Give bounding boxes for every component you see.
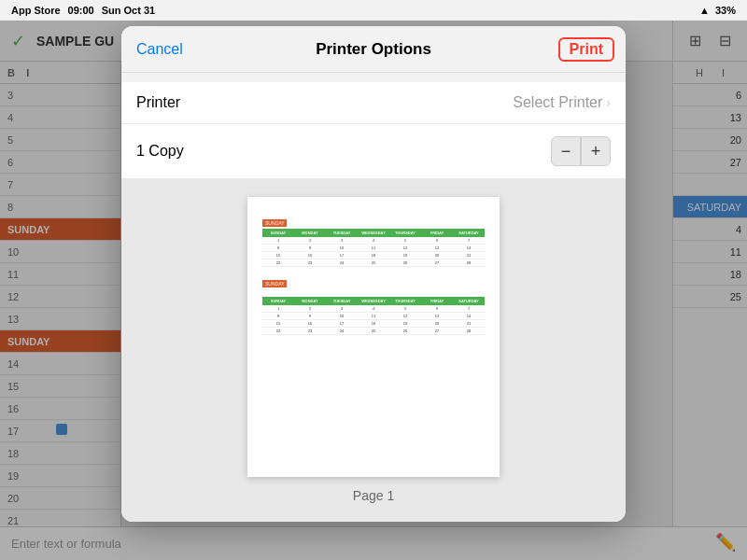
cell-4-2: 23 xyxy=(294,259,326,266)
cell-7-7: 21 xyxy=(453,320,485,327)
status-left: App Store 09:00 Sun Oct 31 xyxy=(11,5,155,16)
cell-6-1: 8 xyxy=(262,313,294,319)
dialog-header: Cancel Printer Options Print xyxy=(121,26,626,73)
cell-8-3: 24 xyxy=(326,328,358,334)
status-right: ▲ 33% xyxy=(699,5,736,16)
col-sun-2: SUNDAY xyxy=(262,299,294,303)
cell-8-4: 25 xyxy=(358,328,389,334)
cell-7-4: 18 xyxy=(358,320,389,327)
cell-3-3: 17 xyxy=(326,252,358,259)
cell-7-2: 16 xyxy=(294,320,326,327)
cell-8-1: 22 xyxy=(262,328,294,334)
battery-label: 33% xyxy=(715,5,736,16)
printer-section: Printer Select Printer › 1 Copy − + xyxy=(121,82,626,178)
cell-8-5: 26 xyxy=(389,328,421,334)
col-thu: THURSDAY xyxy=(389,231,421,235)
cell-8-2: 23 xyxy=(294,328,326,334)
cell-2-6: 13 xyxy=(421,245,453,251)
col-tue: TUESDAY xyxy=(326,231,358,235)
col-sat-2: SATURDAY xyxy=(453,299,485,303)
cal-row-6: 8 9 10 11 12 13 14 xyxy=(262,313,485,320)
cell-3-5: 19 xyxy=(389,252,421,259)
cell-7-5: 19 xyxy=(389,320,421,327)
col-thu-2: THURSDAY xyxy=(389,299,421,303)
chevron-right-icon: › xyxy=(606,95,611,110)
cal-row-5: 1 2 3 4 5 6 7 xyxy=(262,305,485,313)
wifi-icon: ▲ xyxy=(699,5,710,16)
col-wed: WEDNESDAY xyxy=(358,231,389,235)
cell-1-5: 5 xyxy=(389,237,421,244)
cancel-button[interactable]: Cancel xyxy=(136,41,183,58)
sunday-label-2: SUNDAY xyxy=(262,280,287,287)
cell-5-4: 4 xyxy=(358,305,389,312)
copy-row: 1 Copy − + xyxy=(121,124,626,178)
cell-6-5: 12 xyxy=(389,313,421,319)
cell-1-1: 1 xyxy=(262,237,294,244)
printer-label: Printer xyxy=(136,94,180,111)
cell-6-3: 10 xyxy=(326,313,358,319)
cell-7-6: 20 xyxy=(421,320,453,327)
cell-4-1: 22 xyxy=(262,259,294,266)
printer-options-dialog: Cancel Printer Options Print Printer Sel… xyxy=(121,26,626,522)
cell-4-6: 27 xyxy=(421,259,453,266)
cell-6-6: 13 xyxy=(421,313,453,319)
time-label: 09:00 xyxy=(68,5,94,16)
col-wed-2: WEDNESDAY xyxy=(358,299,389,303)
cell-2-5: 12 xyxy=(389,245,421,251)
col-mon-2: MONDAY xyxy=(294,299,326,303)
col-tue-2: TUESDAY xyxy=(326,299,358,303)
cell-5-3: 3 xyxy=(326,305,358,312)
cell-4-5: 26 xyxy=(389,259,421,266)
print-button[interactable]: Print xyxy=(558,37,614,62)
mini-calendar: SUNDAY SUNDAY MONDAY TUESDAY WEDNESDAY T… xyxy=(262,212,485,335)
cell-3-7: 21 xyxy=(453,252,485,259)
sunday-badge: SUNDAY xyxy=(262,212,287,229)
cell-5-7: 7 xyxy=(453,305,485,312)
sunday-label: SUNDAY xyxy=(262,219,287,227)
cell-2-1: 8 xyxy=(262,245,294,251)
copy-label: 1 Copy xyxy=(136,143,184,160)
dialog-title: Printer Options xyxy=(316,40,431,59)
cell-8-6: 27 xyxy=(421,328,453,334)
cal-row-4: 22 23 24 25 26 27 28 xyxy=(262,259,485,267)
cell-2-2: 9 xyxy=(294,245,326,251)
cell-8-7: 28 xyxy=(453,328,485,334)
cell-1-3: 3 xyxy=(326,237,358,244)
cell-1-7: 7 xyxy=(453,237,485,244)
cell-6-2: 9 xyxy=(294,313,326,319)
col-fri: FRIDAY xyxy=(421,231,453,235)
cell-5-1: 1 xyxy=(262,305,294,312)
cal-row-2: 8 9 10 11 12 13 14 xyxy=(262,245,485,252)
cell-3-2: 16 xyxy=(294,252,326,259)
cell-2-7: 14 xyxy=(453,245,485,251)
cell-1-2: 2 xyxy=(294,237,326,244)
cal-row-7: 15 16 17 18 19 20 21 xyxy=(262,320,485,328)
cell-3-1: 15 xyxy=(262,252,294,259)
decrement-button[interactable]: − xyxy=(551,136,581,166)
cell-3-4: 18 xyxy=(358,252,389,259)
page-label: Page 1 xyxy=(353,488,394,503)
cell-5-2: 2 xyxy=(294,305,326,312)
cell-6-4: 11 xyxy=(358,313,389,319)
cell-4-7: 28 xyxy=(453,259,485,266)
cell-2-4: 11 xyxy=(358,245,389,251)
cal-row-8: 22 23 24 25 26 27 28 xyxy=(262,328,485,335)
app-store-label: App Store xyxy=(11,5,61,16)
cell-2-3: 10 xyxy=(326,245,358,251)
printer-row[interactable]: Printer Select Printer › xyxy=(121,82,626,124)
col-mon: MONDAY xyxy=(294,231,326,235)
sunday-badge-2: SUNDAY xyxy=(262,273,287,289)
status-bar: App Store 09:00 Sun Oct 31 ▲ 33% xyxy=(0,0,747,21)
date-label: Sun Oct 31 xyxy=(102,5,155,16)
page-preview: SUNDAY SUNDAY MONDAY TUESDAY WEDNESDAY T… xyxy=(247,197,500,477)
cal-row-1: 1 2 3 4 5 6 7 xyxy=(262,237,485,245)
cell-5-6: 6 xyxy=(421,305,453,312)
cell-6-7: 14 xyxy=(453,313,485,319)
increment-button[interactable]: + xyxy=(581,136,611,166)
select-printer-text: Select Printer xyxy=(513,94,602,111)
cell-1-4: 4 xyxy=(358,237,389,244)
cell-4-3: 24 xyxy=(326,259,358,266)
cell-1-6: 6 xyxy=(421,237,453,244)
col-sun: SUNDAY xyxy=(262,231,294,235)
copy-controls: − + xyxy=(551,136,611,166)
